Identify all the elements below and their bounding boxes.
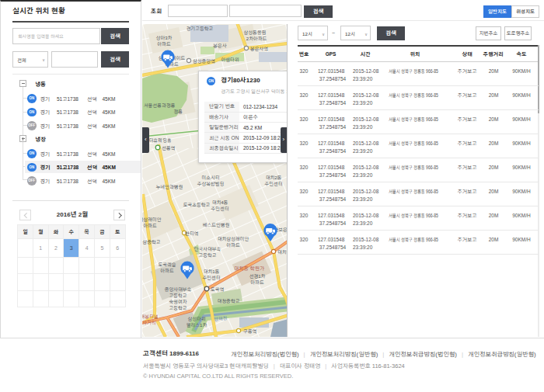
svg-text:숙명여자: 숙명여자 [169, 300, 187, 304]
svg-text:상아3차: 상아3차 [156, 36, 173, 40]
svg-text:역삼중학교: 역삼중학교 [142, 240, 161, 245]
svg-text:서울선릉과정릉: 서울선릉과정릉 [144, 103, 176, 108]
svg-text:삼성동풍림: 삼성동풍림 [244, 30, 267, 35]
svg-text:도곡초등학교: 도곡초등학교 [183, 203, 211, 207]
svg-text:대치2동: 대치2동 [266, 175, 282, 180]
svg-text:삼성중앙역: 삼성중앙역 [193, 59, 215, 64]
svg-text:봉은사역: 봉은사역 [250, 47, 268, 51]
svg-text:경기고등학교: 경기고등학교 [187, 26, 214, 31]
svg-text:매봉터널: 매봉터널 [142, 314, 159, 319]
svg-text:선경1차: 선경1차 [249, 274, 266, 279]
svg-text:고등학교: 고등학교 [169, 306, 187, 310]
svg-text:역삼래미안: 역삼래미안 [142, 217, 162, 222]
svg-text:중앙사대부속: 중앙사대부속 [165, 287, 192, 292]
svg-text:정릉: 정릉 [173, 109, 183, 114]
svg-text:아파트: 아파트 [157, 42, 171, 47]
svg-text:대치1동: 대치1동 [204, 269, 220, 274]
svg-text:도곡역: 도곡역 [211, 287, 224, 292]
svg-text:대치동 학원가: 대치동 학원가 [234, 265, 264, 271]
svg-text:선릉역: 선릉역 [162, 146, 175, 151]
svg-text:아셈타워: 아셈타워 [221, 57, 239, 62]
svg-text:삼성타워: 삼성타워 [187, 317, 205, 321]
svg-text:미소시티: 미소시티 [201, 175, 219, 180]
svg-text:대치역: 대치역 [277, 250, 288, 255]
svg-text:주민센터: 주민센터 [202, 276, 220, 280]
svg-text:주민센터: 주민센터 [211, 206, 228, 211]
svg-text:구룡역: 구룡역 [243, 329, 256, 334]
svg-text:주민센터: 주민센터 [264, 182, 282, 186]
svg-text:사거리: 사거리 [142, 321, 156, 325]
svg-text:도곡렉슬: 도곡렉슬 [158, 262, 176, 267]
svg-text:아파트: 아파트 [143, 224, 157, 228]
svg-text:베스트인병원: 베스트인병원 [203, 223, 230, 227]
svg-text:단국사대부속: 단국사대부속 [194, 247, 221, 252]
svg-text:2차아파트: 2차아파트 [246, 36, 267, 41]
svg-text:대청중학교: 대청중학교 [218, 299, 240, 304]
svg-text:더휴웨딩홀: 더휴웨딩홀 [149, 138, 172, 143]
svg-text:주상복합빌딩: 주상복합빌딩 [197, 182, 225, 186]
svg-text:봉은사: 봉은사 [213, 43, 227, 48]
svg-text:아파트: 아파트 [250, 280, 264, 285]
svg-text:고등학교: 고등학교 [169, 293, 187, 298]
svg-text:아파트: 아파트 [226, 243, 240, 248]
svg-text:대치4동: 대치4동 [212, 200, 228, 205]
svg-text:한티역: 한티역 [185, 231, 198, 236]
svg-text:대치삼성래미안: 대치삼성래미안 [218, 237, 249, 241]
svg-text:누네안과병원: 누네안과병원 [156, 185, 183, 189]
svg-text:고등학교: 고등학교 [198, 253, 216, 258]
svg-text:아파트: 아파트 [160, 269, 174, 273]
svg-text:팰리스1차: 팰리스1차 [187, 323, 207, 328]
